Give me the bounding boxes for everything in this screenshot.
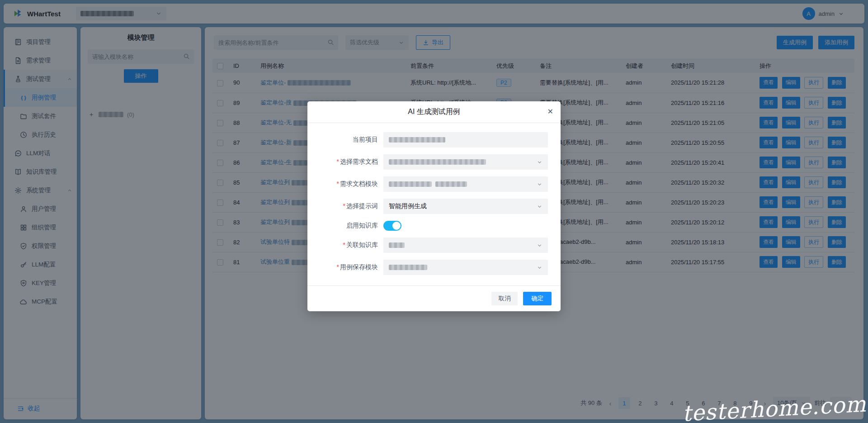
- field-label-enable-kb: 启用知识库: [320, 222, 378, 230]
- redacted-value: [389, 181, 432, 187]
- field-label-save-module: *用例保存模块: [320, 263, 378, 271]
- close-icon[interactable]: ✕: [547, 107, 553, 116]
- chevron-down-icon: [537, 204, 542, 209]
- knowledge-base-toggle[interactable]: [383, 221, 401, 231]
- prompt-select-value: 智能用例生成: [389, 202, 427, 210]
- chevron-down-icon: [537, 159, 542, 165]
- modal-title: AI 生成测试用例: [408, 107, 460, 117]
- redacted-value: [389, 159, 486, 165]
- prompt-select[interactable]: 智能用例生成: [383, 199, 548, 214]
- linked-kb-select[interactable]: [383, 238, 548, 253]
- redacted-value: [389, 265, 427, 270]
- field-label-doc-module: *需求文档模块: [320, 180, 378, 188]
- field-label-linked-kb: *关联知识库: [320, 241, 378, 249]
- redacted-value: [435, 181, 467, 187]
- redacted-value: [389, 137, 445, 143]
- ai-generate-modal: AI 生成测试用例 ✕ 当前项目 *选择需求文档 *需求文档模块: [307, 101, 561, 311]
- confirm-button[interactable]: 确定: [523, 292, 552, 305]
- chevron-down-icon: [537, 181, 542, 187]
- chevron-down-icon: [537, 242, 542, 248]
- redacted-value: [389, 242, 405, 248]
- doc-module-select[interactable]: [383, 176, 548, 192]
- current-project-input: [383, 132, 548, 147]
- field-label-current-project: 当前项目: [320, 136, 378, 144]
- save-module-select[interactable]: [383, 260, 548, 275]
- field-label-prompt: *选择提示词: [320, 202, 378, 210]
- requirement-doc-select[interactable]: [383, 154, 548, 170]
- field-label-requirement-doc: *选择需求文档: [320, 158, 378, 166]
- cancel-button[interactable]: 取消: [491, 292, 518, 305]
- chevron-down-icon: [537, 265, 542, 271]
- toggle-knob: [392, 222, 401, 230]
